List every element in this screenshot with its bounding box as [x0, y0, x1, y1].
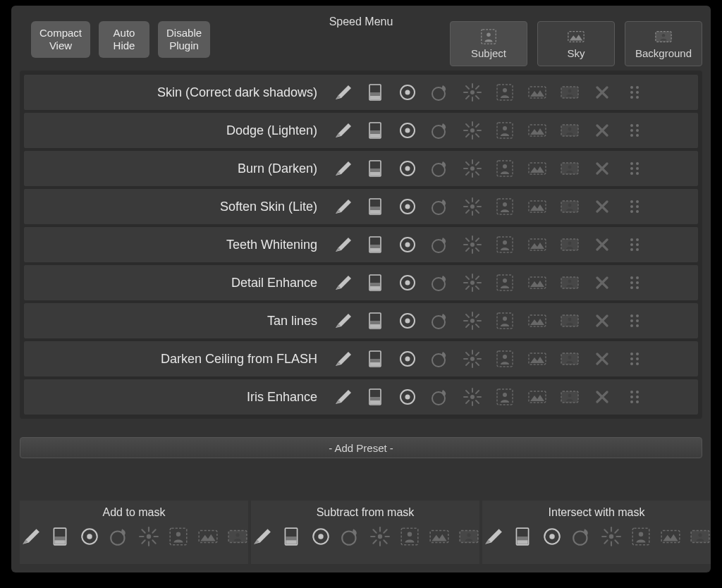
luminance-range-icon[interactable]: [138, 526, 159, 547]
luminance-range-icon[interactable]: [463, 235, 482, 255]
brush-icon[interactable]: [251, 526, 272, 547]
background-mask-icon[interactable]: [560, 273, 580, 293]
luminance-range-icon[interactable]: [463, 273, 482, 293]
subject-mask-icon[interactable]: [630, 526, 651, 547]
luminance-range-icon[interactable]: [463, 349, 482, 369]
sky-mask-icon[interactable]: [527, 311, 547, 331]
drag-handle-icon[interactable]: [625, 273, 644, 293]
brush-icon[interactable]: [333, 159, 353, 178]
subject-mask-icon[interactable]: [168, 526, 189, 547]
background-mask-icon[interactable]: [560, 82, 580, 102]
gradient-icon[interactable]: [365, 311, 385, 331]
subject-mask-icon[interactable]: [495, 82, 515, 102]
sky-mask-icon[interactable]: [527, 197, 547, 216]
radial-icon[interactable]: [542, 526, 563, 547]
sky-mask-icon[interactable]: [527, 82, 547, 102]
sky-mask-icon[interactable]: [527, 121, 547, 140]
subject-mask-icon[interactable]: [495, 235, 515, 255]
color-range-icon[interactable]: [109, 526, 130, 547]
delete-icon[interactable]: [592, 387, 612, 407]
drag-handle-icon[interactable]: [625, 197, 644, 216]
color-range-icon[interactable]: [430, 82, 450, 102]
subject-mask-icon[interactable]: [495, 387, 515, 407]
background-mask-icon[interactable]: [458, 526, 479, 547]
delete-icon[interactable]: [592, 159, 612, 178]
brush-icon[interactable]: [333, 121, 353, 140]
tab-sky[interactable]: Sky: [537, 21, 615, 66]
sky-mask-icon[interactable]: [527, 273, 547, 293]
delete-icon[interactable]: [592, 82, 612, 102]
radial-icon[interactable]: [79, 526, 100, 547]
gradient-icon[interactable]: [365, 235, 385, 255]
luminance-range-icon[interactable]: [463, 121, 482, 140]
background-mask-icon[interactable]: [560, 349, 580, 369]
radial-icon[interactable]: [398, 197, 417, 216]
drag-handle-icon[interactable]: [625, 159, 644, 178]
subject-mask-icon[interactable]: [495, 159, 515, 178]
luminance-range-icon[interactable]: [463, 387, 482, 407]
radial-icon[interactable]: [398, 82, 417, 102]
color-range-icon[interactable]: [430, 235, 450, 255]
radial-icon[interactable]: [310, 526, 331, 547]
delete-icon[interactable]: [592, 121, 612, 140]
background-mask-icon[interactable]: [560, 121, 580, 140]
sky-mask-icon[interactable]: [660, 526, 681, 547]
color-range-icon[interactable]: [430, 273, 450, 293]
sky-mask-icon[interactable]: [527, 387, 547, 407]
sky-mask-icon[interactable]: [527, 349, 547, 369]
gradient-icon[interactable]: [365, 159, 385, 178]
drag-handle-icon[interactable]: [625, 349, 644, 369]
color-range-icon[interactable]: [430, 387, 450, 407]
color-range-icon[interactable]: [340, 526, 361, 547]
radial-icon[interactable]: [398, 273, 417, 293]
subject-mask-icon[interactable]: [495, 349, 515, 369]
background-mask-icon[interactable]: [560, 387, 580, 407]
color-range-icon[interactable]: [430, 159, 450, 178]
color-range-icon[interactable]: [571, 526, 592, 547]
brush-icon[interactable]: [333, 82, 353, 102]
subject-mask-icon[interactable]: [495, 311, 515, 331]
luminance-range-icon[interactable]: [463, 82, 482, 102]
subject-mask-icon[interactable]: [495, 273, 515, 293]
background-mask-icon[interactable]: [560, 197, 580, 216]
luminance-range-icon[interactable]: [601, 526, 622, 547]
background-mask-icon[interactable]: [227, 526, 248, 547]
color-range-icon[interactable]: [430, 197, 450, 216]
gradient-icon[interactable]: [365, 349, 385, 369]
gradient-icon[interactable]: [365, 82, 385, 102]
brush-icon[interactable]: [482, 526, 503, 547]
drag-handle-icon[interactable]: [625, 235, 644, 255]
brush-icon[interactable]: [333, 311, 353, 331]
subject-mask-icon[interactable]: [495, 197, 515, 216]
luminance-range-icon[interactable]: [463, 197, 482, 216]
color-range-icon[interactable]: [430, 349, 450, 369]
gradient-icon[interactable]: [365, 197, 385, 216]
radial-icon[interactable]: [398, 159, 417, 178]
drag-handle-icon[interactable]: [625, 387, 644, 407]
tab-subject[interactable]: Subject: [450, 21, 527, 66]
sky-mask-icon[interactable]: [197, 526, 219, 547]
brush-icon[interactable]: [333, 387, 353, 407]
brush-icon[interactable]: [333, 349, 353, 369]
drag-handle-icon[interactable]: [625, 311, 644, 331]
disable-plugin-button[interactable]: Disable Plugin: [158, 21, 210, 58]
sky-mask-icon[interactable]: [527, 235, 547, 255]
delete-icon[interactable]: [592, 197, 612, 216]
delete-icon[interactable]: [592, 349, 612, 369]
radial-icon[interactable]: [398, 311, 417, 331]
sky-mask-icon[interactable]: [429, 526, 450, 547]
drag-handle-icon[interactable]: [625, 121, 644, 140]
luminance-range-icon[interactable]: [369, 526, 391, 547]
delete-icon[interactable]: [592, 273, 612, 293]
color-range-icon[interactable]: [430, 121, 450, 140]
gradient-icon[interactable]: [365, 121, 385, 140]
brush-icon[interactable]: [20, 526, 41, 547]
add-preset-button[interactable]: - Add Preset -: [20, 437, 702, 458]
radial-icon[interactable]: [398, 121, 417, 140]
color-range-icon[interactable]: [430, 311, 450, 331]
drag-handle-icon[interactable]: [625, 82, 644, 102]
delete-icon[interactable]: [592, 311, 612, 331]
radial-icon[interactable]: [398, 235, 417, 255]
luminance-range-icon[interactable]: [463, 159, 482, 178]
gradient-icon[interactable]: [365, 273, 385, 293]
